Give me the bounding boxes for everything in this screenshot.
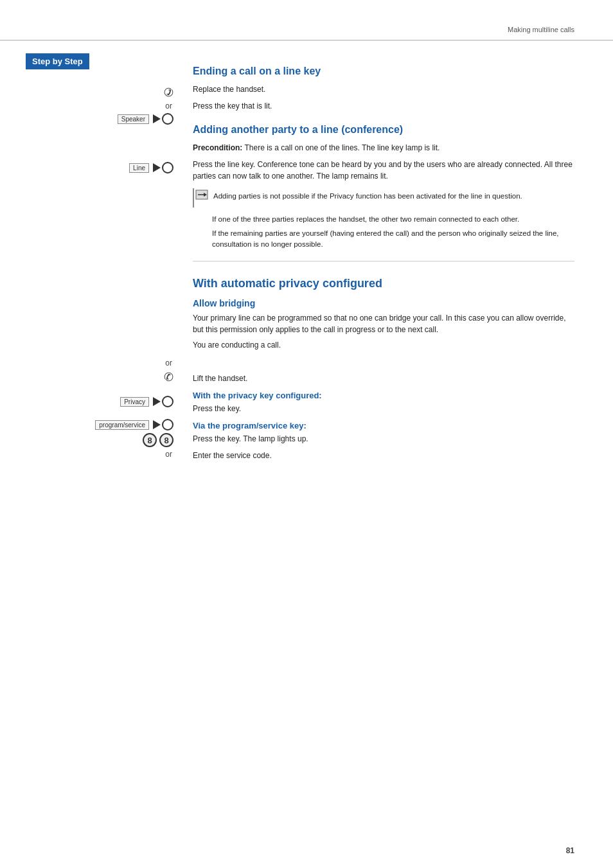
- line-triangle: [153, 163, 161, 172]
- ending-call-title: Ending a call on a line key: [193, 65, 574, 78]
- privacy-key-row: Privacy: [26, 396, 173, 407]
- allow-bridging-title: Allow bridging: [193, 298, 574, 308]
- press-key-text: Press the key that is lit.: [193, 100, 574, 112]
- line-lamp: [162, 162, 173, 173]
- program-service-connector: [153, 419, 173, 430]
- privacy-key-label: Privacy: [120, 397, 149, 407]
- program-service-lamp: [162, 419, 173, 430]
- privacy-triangle: [153, 397, 161, 406]
- line-key-label: Line: [129, 163, 149, 173]
- note-box-1: Adding parties is not possible if the Pr…: [193, 188, 574, 208]
- service-code-text: Enter the service code.: [193, 450, 574, 461]
- lift-handset-text: Lift the handset.: [193, 373, 574, 384]
- note-text-2: If one of the three parties replaces the…: [212, 214, 574, 225]
- automatic-privacy-title: With automatic privacy configured: [193, 277, 574, 290]
- lift-handset-row: ✆: [26, 370, 173, 384]
- precondition-body: There is a call on one of the lines. The…: [244, 143, 440, 152]
- program-service-text: Press the key. The lamp lights up.: [193, 433, 574, 445]
- line-connector: [153, 162, 173, 173]
- section-divider: [193, 261, 574, 261]
- page-header: Making multiline calls: [0, 0, 613, 40]
- replace-handset-text: Replace the handset.: [193, 84, 574, 95]
- note-text-3: If the remaining parties are yourself (h…: [212, 228, 574, 249]
- line-key-row: Line: [26, 162, 173, 173]
- numeric-keys-row: 8 8: [26, 433, 173, 447]
- speaker-key-label: Speaker: [118, 114, 149, 124]
- privacy-connector: [153, 396, 173, 407]
- replace-handset-icon: ✆: [164, 85, 173, 99]
- speaker-triangle: [153, 114, 161, 123]
- precondition-text: Precondition: There is a call on one of …: [193, 142, 574, 154]
- num-key-2: 8: [159, 433, 173, 447]
- right-column: Ending a call on a line key Replace the …: [180, 40, 613, 479]
- left-column: Step by Step ✆ or Speaker Line: [0, 40, 180, 479]
- privacy-body-1: Your primary line can be programmed so t…: [193, 312, 574, 335]
- page-number: 81: [566, 846, 574, 855]
- or-label-1: or: [26, 102, 173, 111]
- precondition-label: Precondition:: [193, 143, 242, 152]
- privacy-key-text: Press the key.: [193, 403, 574, 414]
- replace-handset-row: ✆: [26, 85, 173, 99]
- program-service-heading: Via the program/service key:: [193, 421, 574, 430]
- conducting-call-text: You are conducting a call.: [193, 341, 574, 350]
- lift-handset-icon: ✆: [164, 370, 173, 384]
- or-label-end: or: [26, 450, 173, 459]
- header-title: Making multiline calls: [508, 26, 574, 33]
- note-icon-1: [195, 190, 209, 201]
- step-by-step-label: Step by Step: [26, 53, 89, 69]
- press-line-key-text: Press the line key. Conference tone can …: [193, 159, 574, 182]
- program-service-key-row: program/service: [26, 419, 173, 430]
- program-service-triangle: [153, 420, 161, 429]
- adding-party-title: Adding another party to a line (conferen…: [193, 123, 574, 137]
- speaker-key-row: Speaker: [26, 113, 173, 125]
- note-text-1: Adding parties is not possible if the Pr…: [213, 191, 574, 202]
- num-key-1: 8: [143, 433, 157, 447]
- program-service-key-label: program/service: [95, 420, 149, 430]
- privacy-lamp: [162, 396, 173, 407]
- speaker-lamp: [162, 113, 173, 125]
- or-label-privacy: or: [26, 359, 173, 368]
- privacy-key-heading: With the privacy key configured:: [193, 391, 574, 400]
- speaker-connector: [153, 113, 173, 125]
